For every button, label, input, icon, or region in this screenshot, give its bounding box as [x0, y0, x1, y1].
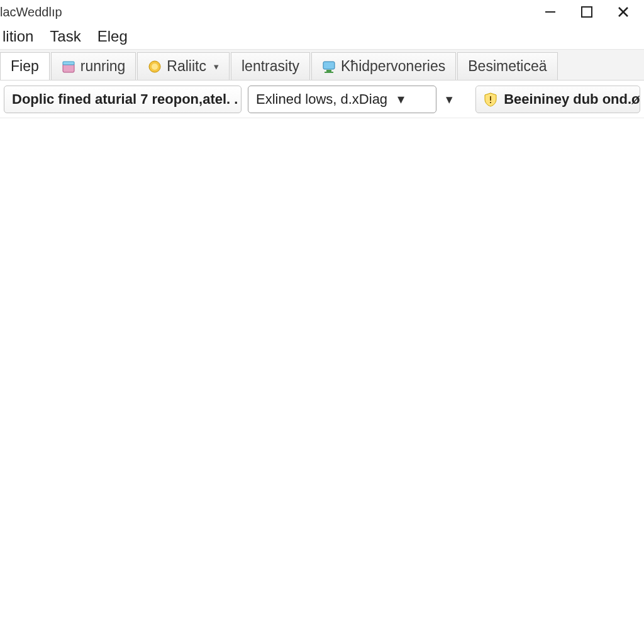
svg-rect-1	[582, 7, 592, 17]
tab-besimeticea[interactable]: Besimeticeä	[457, 52, 557, 80]
coin-icon	[148, 60, 162, 74]
chevron-down-icon: ▾	[214, 61, 219, 72]
info-button[interactable]: Beeininey dub ond.ør	[475, 86, 640, 113]
tab-fiep[interactable]: Fiep	[0, 52, 50, 80]
tab-label: Kħidpervoneries	[341, 58, 445, 75]
tab-label: Raliitc	[167, 58, 206, 75]
toolbar: Doplic fined aturial 7 reopon,atel. . Ex…	[0, 80, 644, 118]
combo-select[interactable]: Exlined lows, d.xDiag ▾	[248, 86, 436, 113]
tabstrip: Fiep runring Raliitc ▾ lentrasity Kħidpe…	[0, 49, 644, 80]
minimize-icon	[544, 6, 557, 18]
monitor-icon	[322, 60, 336, 74]
menu-item-0[interactable]: lition	[0, 26, 36, 47]
tab-runring[interactable]: runring	[51, 52, 136, 80]
tab-lentrasity[interactable]: lentrasity	[231, 52, 310, 80]
status-text: Doplic fined aturial 7 reopon,atel. .	[12, 91, 238, 108]
menu-item-2[interactable]: Eleg	[95, 26, 130, 47]
svg-rect-10	[325, 72, 333, 73]
box-icon	[62, 60, 75, 74]
menubar: lition Task Eleg	[0, 24, 644, 49]
status-text-box: Doplic fined aturial 7 reopon,atel. .	[4, 86, 242, 113]
window-title: lacWeddlıp	[0, 5, 62, 19]
svg-rect-11	[490, 96, 491, 101]
shield-warning-icon	[484, 92, 497, 106]
tab-raliitc[interactable]: Raliitc ▾	[137, 52, 230, 80]
combo-value: Exlined lows, d.xDiag	[256, 91, 387, 108]
svg-rect-12	[490, 102, 491, 103]
tab-label: Besimeticeä	[468, 58, 547, 75]
svg-point-7	[152, 64, 158, 70]
titlebar: lacWeddlıp	[0, 0, 644, 24]
window-minimize-button[interactable]	[532, 1, 569, 23]
window-close-button[interactable]	[605, 1, 641, 23]
tab-label: lentrasity	[242, 58, 299, 75]
tab-label: Fiep	[11, 58, 39, 75]
chevron-down-icon: ▾	[394, 91, 408, 108]
window-maximize-button[interactable]	[569, 1, 605, 23]
tab-khidpervoneries[interactable]: Kħidpervoneries	[311, 52, 456, 80]
chevron-down-icon: ▾	[446, 92, 453, 107]
svg-rect-8	[323, 62, 335, 69]
content-area	[0, 118, 644, 644]
tab-label: runring	[80, 58, 126, 75]
svg-rect-5	[63, 62, 74, 65]
maximize-icon	[581, 6, 592, 18]
close-icon	[617, 6, 630, 18]
menu-item-1[interactable]: Task	[47, 26, 83, 47]
svg-rect-9	[326, 70, 331, 72]
info-button-label: Beeininey dub ond.ør	[504, 91, 640, 108]
combo-extra-dropdown[interactable]: ▾	[443, 86, 455, 113]
